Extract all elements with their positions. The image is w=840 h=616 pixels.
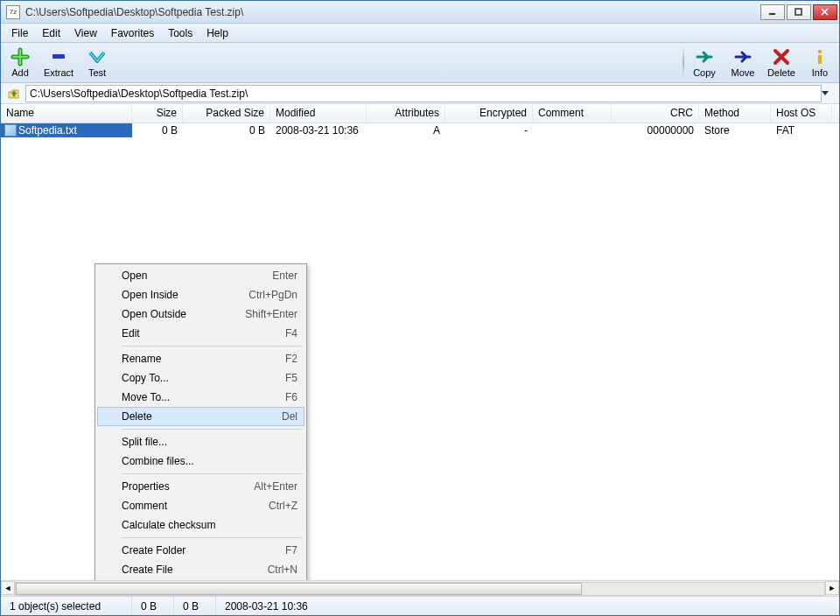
column-header-attributes[interactable]: Attributes [367, 104, 445, 122]
context-item-label: Open Inside [122, 289, 178, 301]
context-separator [122, 537, 303, 538]
context-item-shortcut: Shift+Enter [245, 308, 298, 320]
context-item-label: Split file... [122, 436, 167, 448]
context-separator [122, 429, 303, 430]
up-button[interactable] [6, 86, 22, 102]
context-item-label: Properties [122, 480, 170, 493]
menu-edit[interactable]: Edit [35, 25, 67, 41]
context-open-outside[interactable]: Open OutsideShift+Enter [97, 304, 304, 324]
test-button[interactable]: Test [78, 43, 116, 82]
context-comment[interactable]: CommentCtrl+Z [97, 496, 304, 515]
context-item-label: Copy To... [122, 372, 169, 384]
menu-help[interactable]: Help [200, 25, 235, 41]
maximize-button[interactable] [787, 4, 811, 20]
file-cell: - [445, 124, 533, 136]
close-icon [821, 8, 830, 17]
tool-label: Delete [767, 67, 795, 78]
menu-file[interactable]: File [4, 25, 35, 41]
menu-view[interactable]: View [67, 25, 104, 41]
tool-label: Copy [693, 67, 716, 78]
tool-label: Test [88, 67, 106, 78]
delete-button[interactable]: Delete [762, 43, 801, 82]
text-file-icon [4, 124, 17, 136]
toolbar: AddExtractTest CopyMoveDeleteInfo [1, 43, 839, 83]
context-item-label: Combine files... [122, 455, 194, 467]
file-cell: FAT [771, 124, 832, 136]
context-item-shortcut: Ctrl+Z [269, 500, 298, 512]
move-icon [733, 47, 752, 66]
context-move-to[interactable]: Move To...F6 [97, 388, 304, 407]
column-header-modified[interactable]: Modified [270, 104, 367, 122]
info-button[interactable]: Info [801, 43, 839, 82]
column-header-comment[interactable]: Comment [533, 104, 612, 122]
svg-rect-1 [795, 9, 802, 15]
context-menu: OpenEnterOpen InsideCtrl+PgDnOpen Outsid… [94, 263, 307, 580]
svg-point-5 [818, 50, 822, 53]
context-item-label: Open Outside [122, 308, 186, 320]
up-folder-icon [7, 87, 21, 101]
file-list[interactable]: Softpedia.txt0 B0 B2008-03-21 10:36A-000… [1, 123, 839, 580]
context-rename[interactable]: RenameF2 [97, 349, 304, 368]
titlebar[interactable]: 7z C:\Users\Softpedia\Desktop\Softpedia … [1, 1, 839, 24]
file-cell: A [367, 124, 445, 136]
status-size1: 0 B [132, 597, 174, 615]
file-cell: 00000000 [612, 124, 699, 136]
column-header-name[interactable]: Name [1, 104, 132, 122]
context-item-shortcut: F5 [285, 372, 298, 384]
context-delete[interactable]: DeleteDel [97, 407, 304, 426]
context-item-shortcut: F4 [285, 327, 298, 340]
copy-button[interactable]: Copy [685, 43, 724, 82]
minimize-icon [768, 8, 777, 17]
test-icon [88, 47, 107, 66]
context-separator [122, 473, 303, 474]
scroll-track[interactable] [15, 582, 825, 596]
file-cell: 2008-03-21 10:36 [270, 124, 367, 136]
extract-icon [49, 47, 68, 66]
context-item-shortcut: Del [282, 410, 298, 423]
context-open-inside[interactable]: Open InsideCtrl+PgDn [97, 285, 304, 304]
toolbar-right: CopyMoveDeleteInfo [682, 43, 839, 82]
status-selected: 1 object(s) selected [1, 597, 132, 615]
menu-tools[interactable]: Tools [161, 25, 200, 41]
tool-label: Extract [44, 67, 74, 78]
extract-button[interactable]: Extract [39, 43, 78, 82]
context-copy-to[interactable]: Copy To...F5 [97, 368, 304, 388]
file-row[interactable]: Softpedia.txt0 B0 B2008-03-21 10:36A-000… [1, 123, 839, 137]
file-name: Softpedia.txt [18, 124, 77, 136]
context-open[interactable]: OpenEnter [97, 266, 304, 285]
context-create-folder[interactable]: Create FolderF7 [97, 541, 304, 560]
tool-label: Info [812, 67, 828, 78]
column-header-crc[interactable]: CRC [612, 104, 699, 122]
horizontal-scrollbar[interactable]: ◄ ► [1, 580, 839, 596]
context-item-shortcut: Ctrl+PgDn [248, 289, 298, 301]
minimize-button[interactable] [760, 4, 785, 20]
address-input[interactable] [25, 85, 822, 102]
context-combine-files[interactable]: Combine files... [97, 452, 304, 471]
copy-icon [695, 47, 714, 66]
context-split-file[interactable]: Split file... [97, 432, 304, 452]
scroll-right-button[interactable]: ► [825, 581, 839, 595]
column-header-host-os[interactable]: Host OS [771, 104, 832, 122]
close-button[interactable] [813, 4, 837, 20]
scroll-left-button[interactable]: ◄ [1, 581, 15, 595]
status-date: 2008-03-21 10:36 [216, 597, 839, 615]
column-header-method[interactable]: Method [699, 104, 771, 122]
context-properties[interactable]: PropertiesAlt+Enter [97, 477, 304, 496]
context-edit[interactable]: EditF4 [97, 324, 304, 343]
column-header-encrypted[interactable]: Encrypted [445, 104, 533, 122]
column-header-packed-size[interactable]: Packed Size [183, 104, 270, 122]
file-cell: Store [699, 124, 771, 136]
context-item-shortcut: Alt+Enter [254, 480, 298, 493]
status-size2: 0 B [174, 597, 216, 615]
toolbar-left: AddExtractTest [1, 43, 116, 82]
context-create-file[interactable]: Create FileCtrl+N [97, 560, 304, 579]
add-button[interactable]: Add [1, 43, 39, 82]
scroll-thumb[interactable] [16, 583, 582, 595]
context-item-label: Create Folder [122, 544, 186, 556]
context-calculate-checksum[interactable]: Calculate checksum [97, 515, 304, 535]
column-header-size[interactable]: Size [132, 104, 183, 122]
address-dropdown[interactable] [822, 91, 837, 96]
context-item-label: Delete [122, 410, 152, 423]
menu-favorites[interactable]: Favorites [104, 25, 161, 41]
move-button[interactable]: Move [724, 43, 762, 82]
